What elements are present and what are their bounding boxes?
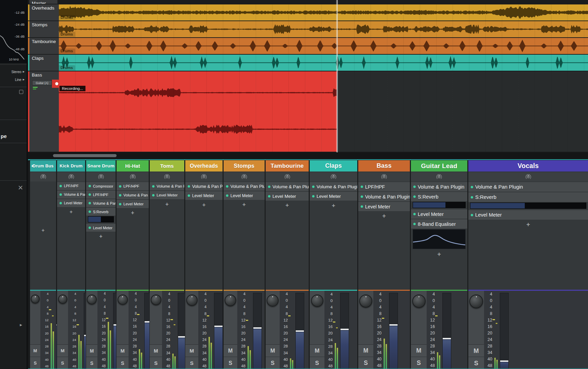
pan-knob-icon[interactable] [525,174,532,180]
channel-header[interactable]: Bass [358,160,410,172]
add-insert-button[interactable]: + [117,209,149,217]
channel-knob[interactable] [225,295,236,306]
mute-button[interactable]: M [266,344,280,357]
stereo-menu-item[interactable]: Stereo ▶ [11,69,25,74]
mute-button[interactable]: M [310,344,324,357]
track-lane[interactable]: Recording... [59,71,588,152]
track-header[interactable]: BassGuitar (A) [29,71,59,152]
reverb-mix-bar[interactable] [88,216,114,222]
eq-curve-display[interactable] [413,229,466,249]
plugin-active-dot[interactable] [413,223,416,225]
reverb-mix-bar[interactable] [470,203,586,209]
pan-knob-icon[interactable] [201,174,207,180]
channel-header[interactable]: Overheads [185,160,223,172]
insert-slot[interactable]: Level Meter [185,191,223,200]
fader-cap[interactable] [389,324,398,326]
solo-button[interactable]: S [150,357,162,369]
channel-header[interactable]: Kick Drum [57,160,85,172]
channel-header[interactable]: Hi-Hat [117,160,149,172]
playhead[interactable] [337,0,337,152]
insert-slot[interactable]: S:Reverb [86,208,116,216]
mute-button[interactable]: M [185,344,198,357]
channel-knob[interactable] [469,295,483,308]
pan-knob-icon[interactable] [98,174,104,180]
plugin-active-dot[interactable] [361,205,363,208]
insert-slot[interactable]: Volume & Pan Plugin [358,192,410,201]
insert-slot[interactable]: Volume & Pan Plugin [150,182,184,190]
channel-knob[interactable] [87,295,97,304]
plugin-active-dot[interactable] [89,193,91,196]
fader-cap[interactable] [500,360,508,362]
pan-knob-icon[interactable] [436,174,442,180]
insert-slot[interactable]: Volume & Pan Plugin [86,199,116,207]
channel-knob[interactable] [151,295,161,305]
track-header[interactable]: Tambourine [29,38,59,54]
track-header-master[interactable]: Master [29,0,57,4]
audio-clip[interactable]: Recording... [59,71,337,152]
insert-slot[interactable]: Level Meter [266,192,309,201]
close-icon[interactable]: ✕ [18,184,23,191]
pan-knob-icon[interactable] [130,174,136,180]
insert-slot[interactable]: Volume & Pan Plugin [185,182,223,191]
plugin-active-dot[interactable] [59,202,62,204]
channel-knob[interactable] [31,295,40,303]
channel-knob[interactable] [359,295,372,308]
plugin-active-dot[interactable] [152,194,155,196]
volume-fader[interactable] [340,293,349,369]
insert-slot[interactable]: Volume & Pan Plugin [57,191,85,199]
plugin-active-dot[interactable] [89,210,91,213]
add-insert-button[interactable]: + [358,212,410,220]
solo-button[interactable]: S [57,357,68,369]
reverb-mix-bar[interactable] [413,202,466,208]
plugin-active-dot[interactable] [268,195,270,197]
channel-header[interactable]: Claps [310,160,357,172]
insert-slot[interactable]: Volume & Pan Plugin [117,191,149,199]
pan-knob-icon[interactable] [241,174,248,180]
expand-arrow-icon[interactable]: ▶ [20,323,22,327]
channel-header[interactable]: Toms [150,160,184,172]
horizontal-scrollbar-thumb[interactable] [53,154,117,157]
add-insert-button[interactable]: + [266,201,309,209]
add-insert-button[interactable]: + [30,226,56,234]
track-header[interactable]: Overheads [29,4,59,20]
plugin-active-dot[interactable] [59,193,62,196]
plugin-active-dot[interactable] [413,213,416,215]
plugin-active-dot[interactable] [119,194,121,196]
add-insert-button[interactable]: + [185,201,223,209]
line-menu-item[interactable]: Line ▶ [15,77,25,82]
plugin-active-dot[interactable] [89,202,91,204]
channel-knob[interactable] [186,295,198,306]
insert-slot[interactable]: Level Meter [468,210,588,220]
insert-slot[interactable]: Level Meter [224,191,265,200]
plugin-active-dot[interactable] [268,186,270,188]
add-insert-button[interactable]: + [468,220,588,229]
insert-slot[interactable]: Volume & Pan Plugin [310,182,357,191]
solo-button[interactable]: S [117,357,129,369]
add-insert-button[interactable]: + [150,200,184,208]
fader-cap[interactable] [340,329,349,330]
channel-header[interactable]: ▶Drum Bus [30,160,56,172]
channel-knob[interactable] [58,295,67,304]
plugin-active-dot[interactable] [226,185,228,188]
fader-cap[interactable] [214,326,223,327]
scrollbar-track[interactable] [28,152,588,159]
channel-header[interactable]: Tambourine [266,160,309,172]
input-source-field[interactable]: Guitar (A) [32,80,52,85]
plugin-active-dot[interactable] [413,186,416,188]
plugin-active-dot[interactable] [89,185,91,187]
channel-header[interactable]: Snare Drum [86,160,116,172]
plugin-active-dot[interactable] [361,186,363,188]
channel-knob[interactable] [412,295,426,308]
plugin-active-dot[interactable] [361,195,363,198]
pan-knob-icon[interactable] [68,174,75,180]
audio-clip[interactable]: Drums [59,21,588,37]
pan-knob-icon[interactable] [330,174,337,180]
channel-header[interactable]: Guitar Lead [411,160,467,172]
mute-button[interactable]: M [86,344,97,357]
mute-button[interactable]: M [224,344,237,357]
fader-cap[interactable] [443,338,451,339]
track-lane[interactable]: Drums [59,21,588,37]
pan-knob-icon[interactable] [164,174,170,180]
track-lane[interactable]: Drums [59,38,588,54]
checkbox-icon[interactable] [19,90,23,94]
